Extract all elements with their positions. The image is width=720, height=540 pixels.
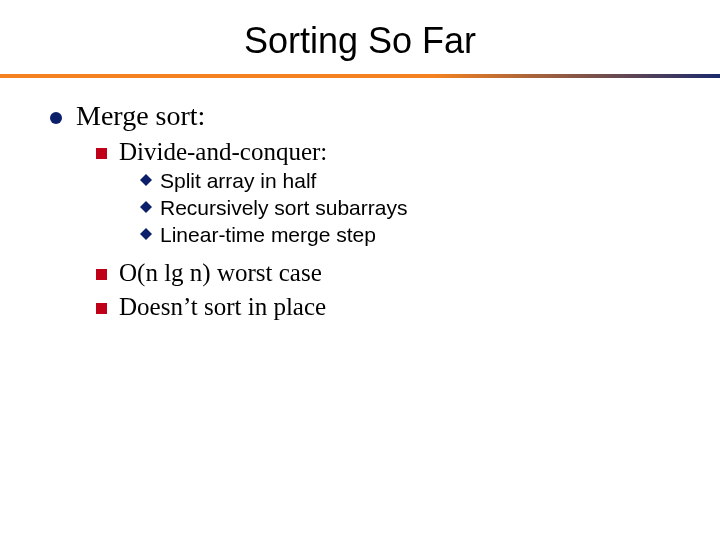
diamond-bullet-icon — [140, 201, 152, 213]
square-bullet-icon — [96, 148, 107, 159]
slide-title: Sorting So Far — [0, 0, 720, 74]
svg-marker-0 — [140, 174, 152, 186]
lvl1-label: Merge sort: — [76, 100, 205, 132]
diamond-bullet-icon — [140, 228, 152, 240]
lvl2-group: Divide-and-conquer: Split array in half … — [50, 138, 680, 321]
list-item: Merge sort: — [50, 100, 680, 132]
lvl2-label: O(n lg n) worst case — [119, 259, 322, 287]
list-item: Linear-time merge step — [140, 223, 680, 247]
slide-body: Merge sort: Divide-and-conquer: Split ar… — [0, 78, 720, 321]
list-item: Split array in half — [140, 169, 680, 193]
lvl3-group: Split array in half Recursively sort sub… — [96, 169, 680, 247]
square-bullet-icon — [96, 269, 107, 280]
square-bullet-icon — [96, 303, 107, 314]
lvl2-label: Divide-and-conquer: — [119, 138, 327, 166]
list-item: Doesn’t sort in place — [96, 293, 680, 321]
list-item: O(n lg n) worst case — [96, 259, 680, 287]
diamond-bullet-icon — [140, 174, 152, 186]
lvl3-label: Split array in half — [160, 169, 316, 193]
slide: Sorting So Far Merge sort: Divide-and-co… — [0, 0, 720, 540]
list-item: Divide-and-conquer: — [96, 138, 680, 166]
lvl3-label: Recursively sort subarrays — [160, 196, 407, 220]
lvl2-label: Doesn’t sort in place — [119, 293, 326, 321]
list-item: Recursively sort subarrays — [140, 196, 680, 220]
lvl3-label: Linear-time merge step — [160, 223, 376, 247]
circle-bullet-icon — [50, 112, 62, 124]
svg-marker-2 — [140, 228, 152, 240]
svg-marker-1 — [140, 201, 152, 213]
